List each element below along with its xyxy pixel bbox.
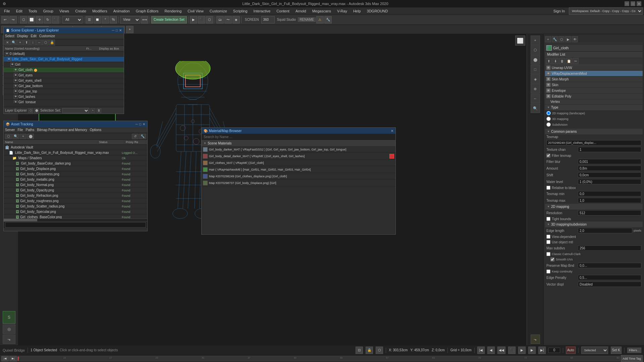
le-vis-3[interactable]: 👁 (14, 68, 18, 72)
menu-animation[interactable]: Animation (111, 8, 132, 14)
modifier-list-header[interactable]: Modifier List (545, 52, 643, 57)
at-vault-row[interactable]: 🏦 Autodesk Vault (4, 145, 147, 150)
le-maximize[interactable]: □ (116, 28, 118, 32)
le-tb-3[interactable]: + (17, 40, 23, 46)
le-tb-8[interactable]: 🔒 (49, 40, 55, 46)
common-params-header[interactable]: ▼ Common params (545, 129, 643, 134)
smooth-uvs-checkbox[interactable] (550, 257, 554, 261)
max-subdivs-input[interactable] (578, 245, 641, 251)
mb-item-3[interactable]: Hair ( VRayHairNextMtl ) [Hair_Girl01, H… (202, 166, 395, 173)
at-path-input[interactable] (5, 222, 146, 228)
right-btn-8[interactable]: 🔍 (531, 104, 540, 113)
at-maximize[interactable]: □ (139, 122, 141, 126)
texmap-max-input[interactable] (578, 198, 641, 203)
key-mode-btn[interactable]: Auto (566, 347, 576, 354)
rotate-button[interactable]: ↻ (44, 16, 51, 23)
close-button[interactable]: ✕ (637, 1, 641, 6)
percent-snap-button[interactable]: % (110, 16, 117, 23)
move-button[interactable]: ✛ (36, 16, 43, 23)
at-title[interactable]: 📦 Asset Tracking ─ □ ✕ (4, 121, 147, 127)
prop-icon-hierarchy[interactable]: ⬡ (558, 36, 565, 42)
menu-group[interactable]: Group (40, 8, 56, 14)
le-item-6[interactable]: 👁 Girl_jaw_bottom (4, 83, 124, 89)
le-vis-5[interactable]: 👁 (14, 79, 18, 83)
at-scrollbar[interactable] (4, 219, 147, 221)
right-btn-2[interactable]: ⬡ (531, 45, 540, 55)
left-sel-icon[interactable]: S (3, 311, 15, 324)
selected-dropdown[interactable]: Selected (581, 347, 608, 354)
timeline-track[interactable]: 3 10 17 23 30 37 43 50 57 63 70 77 83 90 (17, 356, 620, 361)
at-map-8[interactable]: 🖼Girl_body_Scatter_radius.png Found (4, 204, 147, 209)
select-by-name-button[interactable]: ☰ (86, 16, 93, 23)
menu-arnold[interactable]: Arnold (293, 8, 309, 14)
le-close[interactable]: ✕ (119, 28, 122, 32)
playback-prev-frame[interactable]: ◀ (487, 347, 495, 354)
at-maxfile-row[interactable]: 📄 Little_Dark_Skin_Girl_in_Full_Bodysuit… (4, 150, 147, 156)
maximize-button[interactable]: □ (631, 1, 635, 6)
filter-texmap-checkbox[interactable] (546, 154, 550, 158)
render-button[interactable]: ⬛ (198, 16, 205, 23)
le-menu-customize[interactable]: Customize (39, 34, 55, 38)
mb-close[interactable]: ✕ (391, 129, 393, 133)
right-bottom-btn[interactable]: ⬎ (531, 335, 540, 344)
prop-icon-display[interactable]: 👁 (572, 36, 578, 42)
le-vis-8[interactable]: 👁 (14, 95, 18, 99)
mb-scene-materials-header[interactable]: ▼ Scene Materials (202, 140, 395, 146)
le-item-1[interactable]: 👁 Little_Dark_Skin_Girl_in_Full_Bodysuit… (4, 57, 124, 62)
le-menu-display[interactable]: Display (17, 34, 28, 38)
view-dropdown[interactable]: View (120, 16, 140, 23)
right-btn-3[interactable]: ⬤ (531, 55, 540, 64)
modifier-vray-displace[interactable]: 👁 VRayDisplacementMod (545, 71, 643, 76)
playback-prev-key[interactable]: |◀ (477, 347, 485, 354)
menu-scripting[interactable]: Scripting (230, 8, 250, 14)
le-footer-btn1[interactable]: ⬡ (28, 108, 33, 113)
schematic-view-button[interactable]: ◈ (232, 16, 240, 23)
at-map-6[interactable]: 🖼Girl_body_Refraction.png Found (4, 193, 147, 198)
left-expand-icon[interactable]: ⬎ (3, 335, 15, 344)
menu-megascans[interactable]: Megascans (310, 8, 334, 14)
mb-item-0[interactable]: Girl_body_darker_MAT ( VRayFastSSS2 ) [G… (202, 146, 395, 153)
playback-next-key[interactable]: ▶| (538, 347, 546, 354)
le-vis-7[interactable]: 👁 (14, 89, 18, 94)
at-tb-2[interactable]: 🔍 (12, 134, 19, 139)
right-btn-7[interactable]: ↔ (531, 94, 540, 103)
mod-tool-1[interactable]: ⬆ (546, 58, 552, 64)
le-tb-7[interactable]: ⬡ (43, 40, 49, 46)
at-menu-options[interactable]: Options (90, 128, 101, 132)
at-menu-bitmap[interactable]: Bitmap Performance and Memory (37, 128, 87, 132)
nav-lock[interactable]: 🔒 (366, 347, 373, 354)
le-item-9[interactable]: 👁 Girl_tongue (4, 100, 124, 103)
at-map-2[interactable]: 🖼Girl_body_Glossiness.png Found (4, 172, 147, 177)
vector-displ-input[interactable] (578, 282, 641, 287)
redo-button[interactable]: ↪ (9, 16, 17, 23)
nav-zoom-ext[interactable]: ⊡ (356, 347, 363, 354)
menu-content[interactable]: Content (274, 8, 292, 14)
shift-input[interactable] (578, 172, 641, 178)
at-tb-3[interactable]: + (20, 134, 26, 139)
right-btn-5[interactable]: ◈ (531, 74, 540, 84)
modifier-unwrap-uvw[interactable]: 👁 Unwrap UVW (545, 65, 643, 71)
mb-item-2[interactable]: Girl_clothes_MAT ( VRayMtl ) [Girl_cloth… (202, 160, 395, 166)
parameters-header[interactable]: ▼ Type (545, 105, 643, 110)
preserve-map-bnd-input[interactable] (578, 263, 641, 268)
filters-button[interactable]: Filters... (627, 348, 641, 353)
select-button[interactable]: ⬡ (20, 16, 27, 23)
filter-dropdown[interactable]: All (62, 16, 83, 23)
le-item-0[interactable]: 👁 0 (default) (4, 51, 124, 57)
le-vis-2[interactable]: 👁 (10, 63, 14, 67)
menu-views[interactable]: Views (57, 8, 72, 14)
view-dependent-checkbox[interactable] (546, 235, 550, 239)
mod-tool-4[interactable]: 📋 (566, 58, 572, 64)
minimize-button[interactable]: ─ (625, 1, 629, 6)
modifier-envelope[interactable]: 👁 Envelope (545, 88, 643, 94)
le-tb-5[interactable]: ↕ (30, 40, 36, 46)
modifier-vertex[interactable]: Vertex (545, 99, 643, 105)
menu-tools[interactable]: Tools (26, 8, 40, 14)
sign-in-button[interactable]: Sign In (551, 8, 568, 14)
le-item-2[interactable]: 👁 Girl (4, 62, 124, 67)
at-map-3[interactable]: 🖼Girl_body_metallic.png Found (4, 177, 147, 182)
at-map-10[interactable]: 🖼Girl_clothes_BaseColor.png Found (4, 215, 147, 219)
menu-file[interactable]: File (1, 8, 13, 14)
le-item-4[interactable]: 👁 Girl_eyes (4, 73, 124, 78)
le-tb-2[interactable]: 🔍 (11, 40, 17, 46)
